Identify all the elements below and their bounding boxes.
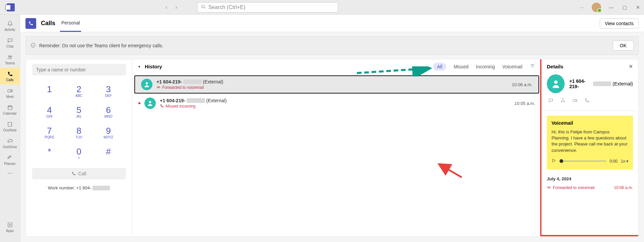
nav-forward-icon[interactable]: › [175, 4, 177, 10]
call-time: 10:05 a.m. [515, 101, 535, 106]
svg-point-2 [8, 55, 10, 57]
dialkey-2[interactable]: 2ABC [64, 80, 94, 101]
call-row[interactable]: +1 604-219-xxxx (External) Forwarded to … [134, 75, 539, 94]
search-icon [201, 4, 206, 10]
filter-icon[interactable] [530, 63, 535, 70]
rail-chat[interactable]: Chat [0, 34, 20, 51]
svg-point-29 [563, 99, 564, 100]
view-contacts-button[interactable]: View contacts [600, 18, 639, 28]
org-action-icon[interactable] [560, 98, 566, 105]
filter-missed[interactable]: Missed [454, 64, 468, 69]
call-row[interactable]: +1 604-219-xxxx (External) Missed incomi… [132, 95, 541, 112]
close-icon[interactable]: ✕ [629, 63, 633, 70]
call-time: 10:06 a.m. [512, 82, 532, 87]
contact-avatar-icon [144, 98, 156, 109]
planner-icon [7, 155, 13, 161]
dialkey-8[interactable]: 8TUV [64, 122, 94, 142]
dialer-panel: 1 2ABC 3DEF 4GHI 5JKL 6MNO 7PQRS 8TUV 9W… [26, 59, 132, 236]
dialkey-7[interactable]: 7PQRS [35, 122, 64, 142]
dialkey-6[interactable]: 6MNO [94, 101, 123, 122]
search-placeholder: Search (Ctrl+E) [208, 4, 246, 10]
voicemail-icon [156, 85, 160, 90]
voicemail-transcript: Hi, this is Felipe from Campus Planning.… [552, 129, 628, 154]
work-number: Work number: +1 604-xxxx [48, 185, 110, 190]
contact-avatar-icon [141, 79, 152, 90]
play-icon[interactable] [552, 158, 556, 164]
call-button[interactable]: Call [32, 168, 126, 179]
dialkey-9[interactable]: 9WXYZ [94, 122, 123, 142]
dialkey-hash[interactable]: # [94, 142, 123, 163]
onenote-icon [7, 121, 13, 128]
emergency-banner: Reminder: Do not use the Teams client fo… [25, 36, 639, 55]
audio-time: 0:00 [610, 159, 618, 164]
filter-voicemail[interactable]: Voicemail [502, 64, 522, 69]
apps-icon [7, 222, 13, 228]
chat-icon [7, 37, 13, 44]
bell-icon [7, 20, 13, 27]
speed-selector[interactable]: 1x ▾ [621, 159, 628, 164]
dialpad: 1 2ABC 3DEF 4GHI 5JKL 6MNO 7PQRS 8TUV 9W… [35, 80, 123, 163]
audio-slider[interactable] [560, 161, 606, 162]
window-maximize-icon[interactable]: ▢ [621, 5, 628, 10]
titlebar: ‹ › Search (Ctrl+E) ··· — ▢ ✕ [0, 0, 644, 15]
rail-meet[interactable]: Meet [0, 84, 20, 101]
history-collapse-icon[interactable]: ▾ [138, 65, 140, 68]
window-close-icon[interactable]: ✕ [635, 5, 641, 10]
chevron-down-icon: ▾ [626, 159, 628, 164]
svg-rect-4 [8, 89, 11, 92]
calendar-icon [7, 104, 13, 111]
banner-text: Reminder: Do not use the Teams client fo… [39, 43, 163, 48]
rail-onedrive[interactable]: OneDrive [0, 135, 20, 152]
rail-more-icon[interactable]: ··· [7, 170, 12, 177]
more-icon[interactable]: ··· [578, 5, 585, 10]
rail-onenote[interactable]: OneNote [0, 118, 20, 135]
teams-logo-icon [7, 3, 15, 11]
details-title: Details [547, 64, 563, 69]
dialkey-star[interactable]: * [35, 142, 64, 163]
rail-planner[interactable]: Planner [0, 152, 20, 168]
svg-point-0 [201, 5, 204, 7]
search-input[interactable]: Search (Ctrl+E) [197, 2, 338, 12]
voicemail-box: Voicemail Hi, this is Felipe from Campus… [547, 116, 633, 170]
history-title: History [145, 64, 162, 69]
dialkey-3[interactable]: 3DEF [94, 80, 123, 101]
dialkey-0[interactable]: 0+ [64, 142, 94, 163]
window-minimize-icon[interactable]: — [608, 5, 615, 10]
avatar[interactable] [592, 3, 601, 12]
dialkey-1[interactable]: 1 [35, 80, 64, 101]
filter-incoming[interactable]: Incoming [476, 64, 495, 69]
nav-arrows: ‹ › [166, 4, 177, 10]
details-entry: Forwarded to voicemail 10:06 a.m. [547, 185, 633, 190]
chat-action-icon[interactable] [548, 98, 554, 105]
svg-point-35 [549, 187, 551, 188]
nav-back-icon[interactable]: ‹ [166, 4, 167, 10]
rail-activity[interactable]: Activity [0, 17, 20, 34]
svg-point-34 [548, 187, 549, 188]
dial-input[interactable] [32, 64, 126, 75]
voicemail-icon [547, 185, 551, 190]
rail-calls[interactable]: Calls [0, 68, 20, 84]
svg-point-26 [149, 101, 151, 103]
banner-ok-button[interactable]: OK [613, 41, 634, 51]
tab-personal[interactable]: Personal [60, 15, 81, 32]
rail-teams[interactable]: Teams [0, 51, 20, 68]
svg-point-23 [157, 86, 158, 88]
cloud-icon [7, 138, 13, 144]
svg-point-28 [554, 80, 558, 84]
page-title: Calls [41, 20, 55, 27]
dialkey-5[interactable]: 5JKL [64, 101, 94, 122]
details-date: July 4, 2024 [547, 176, 633, 181]
content-pane: Calls Personal View contacts Reminder: D… [20, 15, 644, 242]
rail-nav: Activity Chat Teams Calls Meet Calendar … [0, 15, 20, 242]
dialkey-4[interactable]: 4GHI [35, 101, 64, 122]
unread-dot-icon [138, 102, 140, 104]
call-action-icon[interactable] [584, 98, 590, 105]
svg-rect-9 [8, 122, 12, 126]
details-panel: Details ✕ +1 604-219-xxxx (External) [541, 59, 638, 236]
calls-app-icon [25, 18, 36, 29]
history-panel: ▾ History All Missed Incoming Voicemail [132, 59, 541, 236]
rail-apps[interactable]: Apps [0, 219, 20, 235]
video-action-icon[interactable] [572, 98, 578, 105]
rail-calendar[interactable]: Calendar [0, 101, 20, 118]
filter-all[interactable]: All [433, 63, 446, 71]
